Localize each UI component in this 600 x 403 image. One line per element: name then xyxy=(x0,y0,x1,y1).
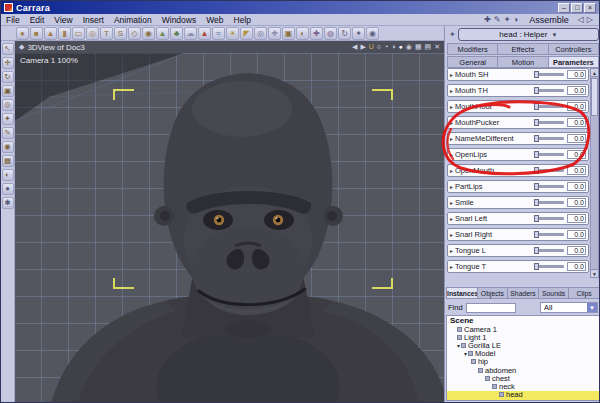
parameter-value-field[interactable]: 0.0 xyxy=(567,150,586,159)
title-bar[interactable]: Carrara – □ × xyxy=(1,1,599,14)
filter-dropdown[interactable]: All ▼ xyxy=(540,302,598,313)
slider-thumb-icon[interactable] xyxy=(534,199,539,206)
grid-toggle-icon[interactable]: ▦ xyxy=(415,42,422,52)
parameter-slider[interactable] xyxy=(534,137,564,140)
vertex-object-icon[interactable]: ◇ xyxy=(128,27,141,40)
rotate-tool-icon[interactable]: ↻ xyxy=(2,71,14,83)
parameter-slider[interactable] xyxy=(534,89,564,92)
expander-icon[interactable]: ▸ xyxy=(450,167,453,174)
spot-light-icon[interactable]: ◤ xyxy=(240,27,253,40)
spray-tool-icon[interactable]: ✦ xyxy=(504,15,511,25)
pencil-tool-icon[interactable]: ✎ xyxy=(494,15,501,25)
terrain-object-icon[interactable]: ▲ xyxy=(156,27,169,40)
slider-thumb-icon[interactable] xyxy=(534,231,539,238)
menu-edit[interactable]: Edit xyxy=(25,15,50,25)
expander-icon[interactable]: ▸ xyxy=(450,103,453,110)
parameter-value-field[interactable]: 0.0 xyxy=(567,86,586,95)
cloud-object-icon[interactable]: ☁ xyxy=(184,27,197,40)
tree-item-lefteye[interactable]: leftEye xyxy=(447,399,599,401)
viewport-header[interactable]: ◆ 3DView of Doc3 ◀▶U○◔◑●◉▦▤✕ xyxy=(15,41,444,53)
tree-item-chest[interactable]: chest xyxy=(447,374,599,382)
paint-tool-icon[interactable]: ◉ xyxy=(2,141,14,153)
tree-item-hip[interactable]: hip xyxy=(447,358,599,366)
phong-mode-icon[interactable]: ● xyxy=(399,42,403,52)
tab-instances[interactable]: Instances xyxy=(446,287,478,299)
close-view-icon[interactable]: ✕ xyxy=(434,42,440,52)
slider-thumb-icon[interactable] xyxy=(534,103,539,110)
expander-icon[interactable]: ▸ xyxy=(450,215,453,222)
wrench-tool-icon[interactable]: ✚ xyxy=(484,15,491,25)
zoom-tool-icon[interactable]: ◎ xyxy=(2,99,14,111)
expander-icon[interactable]: ▸ xyxy=(450,183,453,190)
helper-selector[interactable]: head : Helper ▼ xyxy=(458,28,599,41)
forward-arrow-icon[interactable]: ▶ xyxy=(360,42,365,52)
scroll-down-icon[interactable]: ▼ xyxy=(591,269,598,277)
flat-shade-mode-icon[interactable]: ◔ xyxy=(384,42,388,52)
parameter-scrollbar[interactable]: ▲ ▼ xyxy=(590,68,599,278)
layout-icon[interactable]: ▤ xyxy=(425,42,432,52)
menu-web[interactable]: Web xyxy=(201,15,228,25)
pan-tool-icon[interactable]: ✦ xyxy=(2,113,14,125)
tab-parameters[interactable]: Parameters xyxy=(549,56,599,68)
expander-icon[interactable]: ▸ xyxy=(450,263,453,270)
minimize-button[interactable]: – xyxy=(558,3,570,13)
menu-animation[interactable]: Animation xyxy=(109,15,157,25)
parameter-value-field[interactable]: 0.0 xyxy=(567,246,586,255)
parameter-slider[interactable] xyxy=(534,121,564,124)
gouraud-mode-icon[interactable]: ◑ xyxy=(391,42,395,52)
menu-view[interactable]: View xyxy=(49,15,77,25)
slider-thumb-icon[interactable] xyxy=(534,87,539,94)
select-arrow-icon[interactable]: ↖ xyxy=(2,43,14,55)
cube-primitive-icon[interactable]: ■ xyxy=(30,27,43,40)
expander-icon[interactable]: ▸ xyxy=(450,231,453,238)
torus-primitive-icon[interactable]: ◎ xyxy=(86,27,99,40)
viewport-canvas[interactable]: Camera 1 100% xyxy=(15,53,444,403)
eyedropper-icon[interactable]: ✎ xyxy=(2,127,14,139)
parameter-slider[interactable] xyxy=(534,233,564,236)
display-options-icon[interactable]: ✱ xyxy=(2,197,14,209)
maximize-button[interactable]: □ xyxy=(571,3,583,13)
parameter-slider[interactable] xyxy=(534,265,564,268)
expander-icon[interactable]: ▸ xyxy=(450,135,453,142)
find-input[interactable] xyxy=(466,303,516,313)
parameter-slider[interactable] xyxy=(534,249,564,252)
group-icon[interactable]: ▣ xyxy=(282,27,295,40)
boolean-icon[interactable]: ◐ xyxy=(296,27,309,40)
parameter-slider[interactable] xyxy=(534,201,564,204)
scroll-up-icon[interactable]: ▲ xyxy=(591,69,598,77)
tab-general[interactable]: General xyxy=(447,56,498,68)
physics-icon[interactable]: ◍ xyxy=(324,27,337,40)
tab-sounds[interactable]: Sounds xyxy=(539,287,570,299)
tab-motion[interactable]: Motion xyxy=(498,56,548,68)
target-helper-icon[interactable]: ✛ xyxy=(268,27,281,40)
parameter-value-field[interactable]: 0.0 xyxy=(567,182,586,191)
render-scene-icon[interactable]: ◉ xyxy=(366,27,379,40)
parameter-slider[interactable] xyxy=(534,185,564,188)
tree-item-model[interactable]: ▾Model xyxy=(447,350,599,358)
slider-thumb-icon[interactable] xyxy=(534,263,539,270)
parameter-slider[interactable] xyxy=(534,169,564,172)
expander-icon[interactable]: ▸ xyxy=(450,87,453,94)
textured-mode-icon[interactable]: ◉ xyxy=(406,42,412,52)
light-object-icon[interactable]: ☀ xyxy=(226,27,239,40)
cylinder-primitive-icon[interactable]: ▮ xyxy=(58,27,71,40)
slider-thumb-icon[interactable] xyxy=(534,183,539,190)
wireframe-toggle-icon[interactable]: ▦ xyxy=(2,155,14,167)
render-preview-icon[interactable]: ● xyxy=(2,183,14,195)
expander-icon[interactable]: ▾ xyxy=(464,350,467,357)
slider-thumb-icon[interactable] xyxy=(534,135,539,142)
plant-object-icon[interactable]: ♣ xyxy=(170,27,183,40)
render-room-icon[interactable]: ◑ xyxy=(513,15,518,25)
metaball-object-icon[interactable]: ◉ xyxy=(142,27,155,40)
scale-tool-icon[interactable]: ▣ xyxy=(2,85,14,97)
gorilla-model[interactable] xyxy=(51,73,444,403)
parameter-slider[interactable] xyxy=(534,105,564,108)
gorilla-3d-scene[interactable] xyxy=(15,53,444,403)
slider-thumb-icon[interactable] xyxy=(534,247,539,254)
parameter-value-field[interactable]: 0.0 xyxy=(567,134,586,143)
back-arrow-icon[interactable]: ◀ xyxy=(352,42,357,52)
expander-icon[interactable]: ▾ xyxy=(457,342,460,349)
rotate-tool-icon[interactable]: ↻ xyxy=(338,27,351,40)
move-tool-icon[interactable]: ✦ xyxy=(352,27,365,40)
tree-item-neck[interactable]: neck xyxy=(447,382,599,390)
